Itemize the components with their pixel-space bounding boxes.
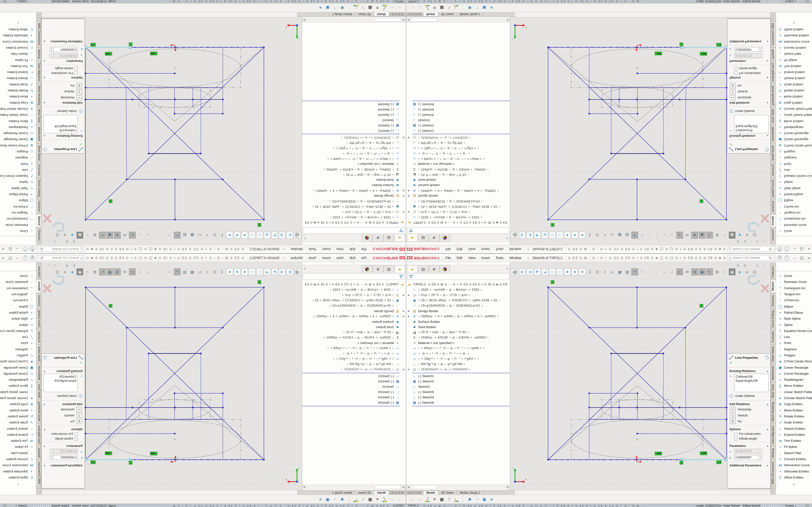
search-dropdown-icon[interactable]: ▾ [38,257,39,259]
sketch-tool-item[interactable]: ╱ Line [0,167,36,173]
sketch-tool-item[interactable]: ○ Circle [776,273,812,279]
sketch-tool-item[interactable]: ⊢ Extend Entities [776,432,812,438]
section-options[interactable]: Options∧ [42,427,85,432]
relation-badge[interactable]: ∠3 [716,460,721,464]
menu-item[interactable]: View [337,247,344,251]
tree-row[interactable]: ▶ ∟ (-) Sketch1 [302,373,406,379]
pin-icon[interactable]: ▼ [527,248,529,250]
motion-toolbar-icon[interactable]: ∗ [489,5,495,11]
tree-row[interactable]: ▶ ◷ ○ Λ•◎ + 25°Ɔ ○ ◎ ○ Ɔ°25 + ◎•Λ ○ [302,209,406,215]
option-row[interactable]: Infinite length [42,66,85,71]
sketch-tool-item[interactable]: ↔ Stretch Entities [0,75,36,81]
tree-row[interactable]: ▶ ≡ Material < not specified > [406,340,510,345]
tab-dimxpert[interactable] [362,265,372,273]
filter-input[interactable] [303,274,405,280]
equal-relation-badge[interactable]: ≡109 [655,52,662,55]
tab-featuremanager-tree[interactable]: ▰ [394,265,405,273]
sketch-tool-item[interactable]: ◞ Sketch Fillet [0,450,36,456]
tree-row[interactable]: ▶ ▦ (-) Sketch6 [406,102,510,107]
tree-row[interactable]: ▶ [406,101,510,102]
search-dropdown-icon[interactable]: ▾ [773,248,774,250]
sketch-tool-item[interactable]: ◝ Tangent Arc [776,210,812,216]
help-icon[interactable]: ? [23,247,28,251]
tree-row[interactable]: ▶ ◪ ○ 25·Π * •ΑШ ○ ◎ ○ ШΑ• * Π·52 ○ [406,172,510,177]
commandmanager-tab[interactable]: : [36,16,41,18]
angle-input[interactable]: 0.00000000° [53,455,78,460]
tree-row[interactable]: ▶ ▱ ○ ·◎ + ○ * ◦⊓ ○ ◎ ○ ⊓◦ * ○ + ◎· ○ [406,351,510,356]
commandmanager-tab[interactable]: Data Migration [36,424,41,446]
commandmanager-tab[interactable]: Mesh Modeling [771,84,776,107]
menu-item[interactable]: Insert [322,247,331,251]
scroll-thumb[interactable] [374,485,401,489]
collapse-icon[interactable]: ∧ [767,76,768,79]
menu-item[interactable]: Window [509,256,521,260]
study-tab[interactable]: Model [423,12,438,16]
sketch-tool-item[interactable]: ╱ Line [776,334,812,340]
tree-row[interactable]: ▶ [406,134,510,135]
relation-badge[interactable]: ∠ [551,280,554,284]
tree-row[interactable]: ▶ ∟ (-) Sketch5 [406,113,510,118]
help-icon[interactable]: ? [23,256,28,260]
commandmanager-tab[interactable]: Sketch [36,280,41,293]
motion-toolbar-icon[interactable]: ◙ [339,5,345,11]
tree-row[interactable]: ▶ ≡ Material < not specified > [302,340,406,345]
tree-row[interactable]: ▶ ▦ (-) Sketch2 [406,379,510,384]
motion-toolbar-icon[interactable]: ∟ [353,496,359,502]
search-box[interactable]: ◫ Search CAD Models ▾ [37,255,85,261]
commandmanager-tab[interactable]: Direct Editing [771,308,776,329]
commandmanager-tab[interactable]: Evaluate [771,330,776,344]
add-relation-row[interactable]: | Vertical [42,89,85,95]
section-existing-relations[interactable]: Existing Relations∧ [727,134,770,138]
search-icon[interactable] [769,257,772,260]
sketch-tool-item[interactable]: ≈ Fit Spline [0,444,36,450]
checkbox[interactable] [734,433,737,436]
study-tab[interactable]: Motion Study 1 [329,12,355,16]
tree-row[interactable]: ▶ ◔ ○ 25•◎25ИNƎƐ25 ○ ◎ ○ 25ƎƐNИ52◎•52 ○ [302,199,406,204]
sketch-tool-item[interactable]: ◌ Perimeter Circle [0,279,36,285]
equal-relation-badge[interactable]: ≡109 [700,52,707,56]
tree-row[interactable]: ▶ ▥ ○ 25ƎƐИNΑΠ·+○ ◎ ○+·ΠΑИƎƐ52 ○ [406,367,510,372]
tree-row[interactable]: ▶ ▰ Surface Bodies [302,183,406,188]
tree-row[interactable]: ▶ ◪ ○ 25·Π * •ΑШ ○ ◎ ○ ШΑ• * Π·52 ○ [302,172,406,177]
section-add-relations[interactable]: Add Relations∧ [727,401,770,406]
tabs-overflow-chevron[interactable]: > [506,267,508,270]
sketch-tool-item[interactable]: ▱ Parallelogram [776,377,812,383]
tab-propertymanager[interactable]: ▤ [384,265,394,273]
custom-dropdown-icon[interactable]: ▴ [795,505,796,507]
tree-row[interactable]: ▶ ▤ Design Binder [406,193,510,199]
panel-dock-handle[interactable]: ● [302,262,406,265]
tab-configurationmanager[interactable]: ⊕ [373,265,383,273]
tree-row[interactable]: ▶ Α ○ 25ИN◎◦ + Α + ◎ИNΑ ○ ◎ ○ ΑИN◎ + Α +… [406,314,510,319]
checkbox[interactable] [734,437,737,440]
tree-row[interactable]: ▶ ▦ (-) Sketch2 [302,123,406,128]
sketch-tool-item[interactable]: ⊞ Copy Entities [776,100,812,106]
close-button[interactable]: × [808,247,810,251]
tab-nav-icon[interactable]: ◀ [411,13,414,16]
panel-help-icon[interactable]: ? [43,148,47,151]
tree-row[interactable]: ▶ ∟ (-) Sketch5 [406,389,510,394]
section-add-relations[interactable]: Add Relations∧ [42,401,85,406]
checkbox[interactable] [734,72,737,75]
minimize-button[interactable]: – [794,247,796,251]
pin-icon[interactable]: ▼ [283,257,285,259]
tree-row[interactable]: ▶ ☆ ○ 253Ɛ + ◦•◎ΛΑΦ ○ ◎ ○ ΦΑΛ◎•◦ + Ɛ352 … [406,287,510,292]
commandmanager-tab[interactable]: : [771,486,776,488]
tree-row[interactable]: ▶ ▱ ○ ·◎ + ○ * ◦⊓ ○ ◎ ○ ⊓◦ * ○ + ◎· ○ [406,151,510,156]
sketch-tool-item[interactable]: ↗ Scale Entities [0,419,36,426]
help-icon[interactable]: ? [784,247,789,251]
minimize-button[interactable]: – [794,256,796,260]
option-row[interactable]: For construction [727,432,770,436]
motion-toolbar-icon[interactable]: ╱ [382,5,388,11]
sketch-tool-item[interactable]: ∥ Mirror Entities [776,383,812,389]
menu-item[interactable]: Window [291,247,303,251]
menu-item[interactable]: View [337,256,344,260]
motion-toolbar-icon[interactable] [462,4,465,11]
search-icon[interactable] [40,248,43,251]
tab-dimxpert[interactable] [440,265,450,273]
section-options[interactable]: Options∧ [42,75,85,80]
relation-entry[interactable]: Equal length109 [45,124,77,128]
menu-item[interactable]: Tools [309,256,317,260]
sketch-tool-item[interactable]: ◝ Tangent Arc [0,210,36,216]
sketch-tool-item[interactable]: ⊏ Offset Entities [0,474,36,481]
motion-toolbar-icon[interactable]: ⇅ [360,496,366,502]
